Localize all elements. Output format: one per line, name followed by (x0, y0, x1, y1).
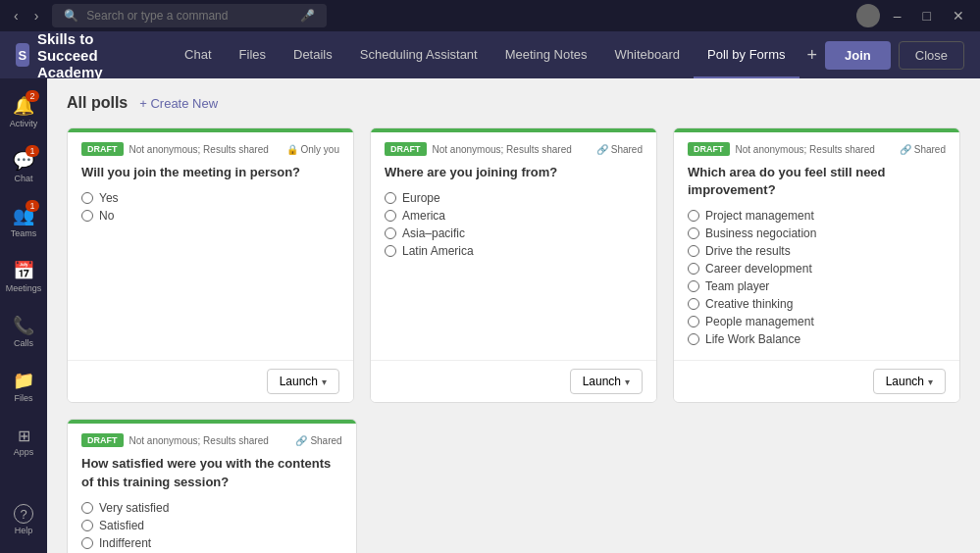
join-button[interactable]: Join (825, 41, 891, 70)
radio-icon (385, 245, 396, 257)
meeting-close-button[interactable]: Close (899, 41, 964, 70)
sidebar-item-apps[interactable]: ⊞ Apps (4, 416, 43, 467)
poll-meta-2: DRAFT Not anonymous; Results shared 🔗 Sh… (385, 142, 643, 156)
teams-badge: 1 (26, 200, 39, 212)
poll-question-2: Where are you joining from? (385, 164, 643, 181)
app-bar-actions: Join Close (825, 41, 964, 70)
radio-icon (688, 245, 699, 257)
poll-option-3-3: Career development (688, 262, 946, 276)
option-label: America (402, 209, 445, 223)
help-icon: ? (14, 504, 33, 524)
poll-meta-left-1: DRAFT Not anonymous; Results shared (81, 142, 269, 156)
tab-chat[interactable]: Chat (171, 31, 225, 78)
sidebar-item-help[interactable]: ? Help (4, 494, 43, 545)
poll-card-footer-1: Launch ▾ (68, 360, 353, 402)
search-input[interactable] (86, 9, 292, 23)
launch-button-1[interactable]: Launch ▾ (267, 369, 339, 394)
all-polls-title: All polls (67, 94, 128, 112)
tab-whiteboard[interactable]: Whiteboard (601, 31, 694, 78)
poll-share-label-1: Only you (301, 144, 339, 155)
radio-icon (385, 192, 396, 204)
option-label: Career development (705, 262, 812, 276)
poll-card-3: DRAFT Not anonymous; Results shared 🔗 Sh… (673, 127, 960, 403)
forward-button[interactable]: › (28, 6, 45, 25)
poll-option-3-1: Business negociation (688, 226, 946, 240)
poll-option-2-1: America (385, 209, 643, 223)
radio-icon (385, 227, 396, 239)
content-header: All polls + Create New (67, 94, 960, 112)
draft-badge-1: DRAFT (81, 142, 124, 156)
create-new-button[interactable]: + Create New (139, 96, 218, 111)
launch-label-2: Launch (583, 375, 621, 388)
mic-icon: 🎤 (300, 9, 315, 23)
tab-poll-by-forms[interactable]: Poll by Forms (694, 31, 799, 78)
option-label: Life Work Balance (705, 332, 800, 346)
option-label: Yes (99, 191, 119, 205)
sidebar-bottom: ? Help (4, 494, 43, 553)
avatar (856, 4, 880, 27)
poll-option-4-2: Indifferent (81, 536, 342, 550)
title-bar: ‹ › 🔍 🎤 – □ ✕ (0, 0, 980, 31)
add-tab-button[interactable]: + (799, 45, 826, 66)
launch-button-3[interactable]: Launch ▾ (873, 369, 946, 394)
radio-icon (81, 210, 93, 222)
poll-option-2-3: Latin America (385, 244, 643, 258)
tab-files[interactable]: Files (226, 31, 280, 78)
title-bar-left: ‹ › 🔍 🎤 (8, 4, 327, 27)
sidebar-label-teams: Teams (11, 228, 37, 238)
poll-option-4-0: Very satisfied (81, 501, 342, 515)
option-label: Europe (402, 191, 440, 205)
launch-button-2[interactable]: Launch ▾ (570, 369, 643, 394)
chevron-down-icon-1: ▾ (322, 377, 327, 387)
radio-icon (688, 210, 699, 222)
maximize-button[interactable]: □ (915, 6, 939, 25)
sidebar-item-meetings[interactable]: 📅 Meetings (4, 251, 43, 302)
option-label: Team player (705, 279, 769, 293)
share-icon-3: 🔗 (900, 144, 911, 155)
sidebar-label-files: Files (14, 393, 32, 403)
option-label: Project management (705, 209, 814, 223)
poll-card-2: DRAFT Not anonymous; Results shared 🔗 Sh… (370, 127, 657, 403)
poll-question-1: Will you join the meeting in person? (81, 164, 339, 181)
tab-meeting-notes[interactable]: Meeting Notes (491, 31, 601, 78)
sidebar-label-meetings: Meetings (6, 283, 42, 293)
poll-anon-4: Not anonymous; Results shared (129, 435, 269, 446)
option-label: People management (705, 315, 814, 328)
radio-icon (688, 227, 699, 239)
sidebar-item-calls[interactable]: 📞 Calls (4, 306, 43, 357)
poll-option-1-1: No (81, 209, 339, 223)
option-label: Creative thinking (705, 297, 793, 311)
option-label: Business negociation (705, 226, 816, 240)
option-label: Drive the results (705, 244, 791, 258)
tab-scheduling[interactable]: Scheduling Assistant (346, 31, 491, 78)
chat-badge: 1 (26, 145, 39, 157)
poll-option-1-0: Yes (81, 191, 339, 205)
poll-card-body-3: DRAFT Not anonymous; Results shared 🔗 Sh… (674, 132, 959, 360)
sidebar-label-help: Help (15, 526, 33, 535)
tab-details[interactable]: Details (280, 31, 346, 78)
poll-share-1: 🔒 Only you (286, 144, 339, 155)
sidebar-item-activity[interactable]: 🔔 Activity 2 (4, 86, 43, 137)
poll-option-3-5: Creative thinking (688, 297, 946, 311)
radio-icon (385, 210, 396, 222)
window-close-button[interactable]: ✕ (945, 6, 972, 25)
option-label: Latin America (402, 244, 474, 258)
poll-card-body-4: DRAFT Not anonymous; Results shared 🔗 Sh… (68, 424, 356, 553)
sidebar-label-activity: Activity (10, 119, 38, 128)
radio-icon (688, 298, 699, 310)
poll-meta-left-3: DRAFT Not anonymous; Results shared (688, 142, 875, 156)
poll-option-2-2: Asia–pacific (385, 226, 643, 240)
back-button[interactable]: ‹ (8, 6, 25, 25)
lock-icon-1: 🔒 (286, 144, 298, 155)
sidebar-item-teams[interactable]: 👥 Teams 1 (4, 196, 43, 247)
minimize-button[interactable]: – (886, 6, 909, 25)
poll-option-3-7: Life Work Balance (688, 332, 946, 346)
share-icon-2: 🔗 (596, 144, 608, 155)
poll-share-label-3: Shared (914, 144, 946, 155)
sidebar-item-files[interactable]: 📁 Files (4, 361, 43, 412)
sidebar-item-chat[interactable]: 💬 Chat 1 (4, 141, 43, 192)
poll-question-3: Which area do you feel still need improv… (688, 164, 946, 199)
poll-meta-3: DRAFT Not anonymous; Results shared 🔗 Sh… (688, 142, 946, 156)
search-icon: 🔍 (64, 9, 78, 23)
radio-icon (81, 192, 93, 204)
